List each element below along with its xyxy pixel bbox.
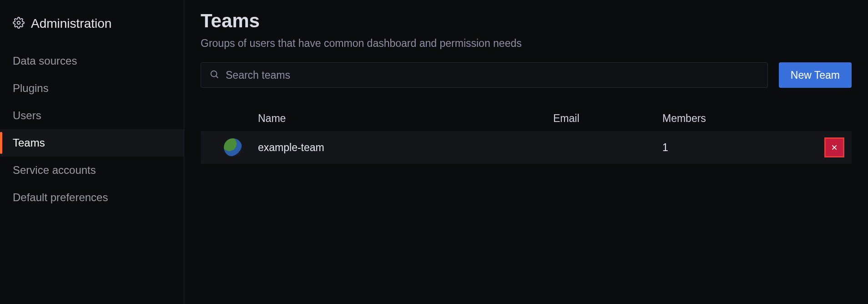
- col-members-header: Members: [662, 112, 817, 125]
- svg-line-2: [216, 76, 218, 78]
- col-name-header: Name: [258, 112, 553, 125]
- search-wrap[interactable]: [201, 62, 768, 88]
- sidebar-item-label: Users: [13, 109, 41, 122]
- col-email-header: Email: [553, 112, 662, 125]
- sidebar-title: Administration: [31, 16, 111, 31]
- delete-team-button[interactable]: [824, 137, 844, 157]
- sidebar-item-users[interactable]: Users: [0, 102, 184, 129]
- table-row[interactable]: example-team 1: [201, 131, 852, 164]
- teams-table: Name Email Members example-team 1: [201, 106, 852, 164]
- gear-icon: [13, 17, 25, 30]
- main-content: Teams Groups of users that have common d…: [184, 0, 868, 304]
- sidebar-item-label: Teams: [13, 137, 45, 149]
- svg-point-0: [17, 21, 20, 25]
- search-icon: [209, 69, 219, 81]
- sidebar: Administration Data sources Plugins User…: [0, 0, 184, 304]
- cell-members: 1: [662, 142, 817, 154]
- table-header: Name Email Members: [201, 106, 852, 131]
- close-icon: [831, 142, 838, 154]
- sidebar-header: Administration: [0, 11, 184, 47]
- sidebar-item-default-preferences[interactable]: Default preferences: [0, 184, 184, 211]
- sidebar-item-label: Service accounts: [13, 164, 96, 176]
- team-avatar: [224, 138, 242, 157]
- sidebar-item-data-sources[interactable]: Data sources: [0, 47, 184, 75]
- page-title: Teams: [201, 10, 852, 32]
- cell-actions: [817, 137, 844, 157]
- sidebar-item-label: Default preferences: [13, 191, 108, 203]
- cell-avatar: [208, 138, 258, 157]
- svg-point-1: [211, 71, 217, 77]
- sidebar-item-label: Plugins: [13, 82, 49, 94]
- toolbar: New Team: [201, 62, 852, 88]
- sidebar-item-plugins[interactable]: Plugins: [0, 75, 184, 102]
- search-input[interactable]: [226, 69, 759, 81]
- sidebar-item-label: Data sources: [13, 55, 77, 67]
- new-team-button[interactable]: New Team: [779, 62, 852, 88]
- cell-name: example-team: [258, 142, 553, 154]
- sidebar-item-service-accounts[interactable]: Service accounts: [0, 157, 184, 184]
- sidebar-item-teams[interactable]: Teams: [0, 129, 184, 157]
- page-subtitle: Groups of users that have common dashboa…: [201, 37, 852, 50]
